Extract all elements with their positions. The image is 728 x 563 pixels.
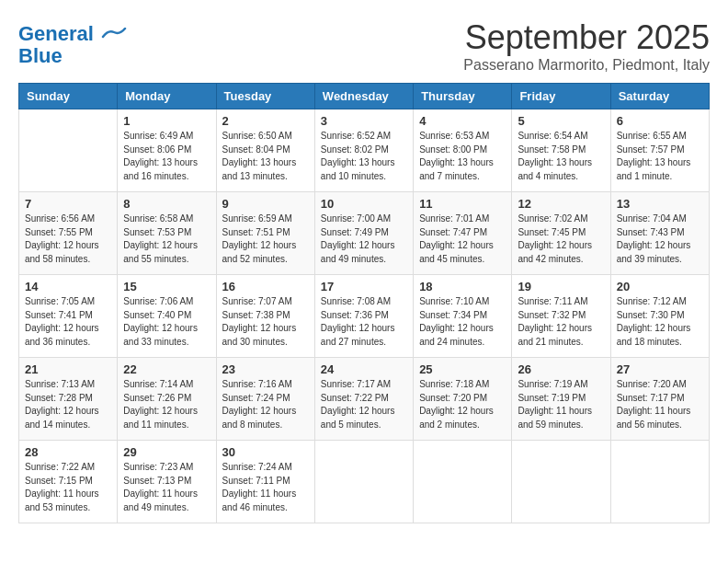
week-row-5: 28Sunrise: 7:22 AM Sunset: 7:15 PM Dayli… <box>19 441 710 523</box>
calendar-cell <box>19 109 118 192</box>
month-title: September 2025 <box>463 18 710 57</box>
weekday-header-saturday: Saturday <box>610 84 709 109</box>
day-number: 28 <box>25 445 111 459</box>
calendar-cell: 3Sunrise: 6:52 AM Sunset: 8:02 PM Daylig… <box>314 109 413 192</box>
calendar-cell: 18Sunrise: 7:10 AM Sunset: 7:34 PM Dayli… <box>414 275 512 358</box>
day-info: Sunrise: 6:52 AM Sunset: 8:02 PM Dayligh… <box>321 130 407 183</box>
weekday-header-thursday: Thursday <box>414 84 512 109</box>
day-number: 14 <box>25 280 111 293</box>
calendar-cell: 4Sunrise: 6:53 AM Sunset: 8:00 PM Daylig… <box>414 109 512 192</box>
day-number: 29 <box>123 445 210 459</box>
day-number: 12 <box>518 197 604 211</box>
calendar-cell: 10Sunrise: 7:00 AM Sunset: 7:49 PM Dayli… <box>314 192 413 275</box>
day-info: Sunrise: 7:01 AM Sunset: 7:47 PM Dayligh… <box>419 213 506 266</box>
day-info: Sunrise: 6:58 AM Sunset: 7:53 PM Dayligh… <box>123 213 210 266</box>
day-number: 8 <box>123 197 210 211</box>
calendar-cell: 7Sunrise: 6:56 AM Sunset: 7:55 PM Daylig… <box>19 192 118 275</box>
calendar-cell: 5Sunrise: 6:54 AM Sunset: 7:58 PM Daylig… <box>512 109 610 192</box>
day-info: Sunrise: 7:19 AM Sunset: 7:19 PM Dayligh… <box>518 378 604 431</box>
location: Passerano Marmorito, Piedmont, Italy <box>463 57 710 74</box>
week-row-3: 14Sunrise: 7:05 AM Sunset: 7:41 PM Dayli… <box>19 275 710 358</box>
day-info: Sunrise: 7:24 AM Sunset: 7:11 PM Dayligh… <box>222 461 309 514</box>
calendar-cell: 20Sunrise: 7:12 AM Sunset: 7:30 PM Dayli… <box>610 275 709 358</box>
logo-bird-icon <box>101 28 127 42</box>
week-row-4: 21Sunrise: 7:13 AM Sunset: 7:28 PM Dayli… <box>19 358 710 441</box>
weekday-header-monday: Monday <box>118 84 216 109</box>
weekday-header-row: SundayMondayTuesdayWednesdayThursdayFrid… <box>19 84 710 109</box>
day-info: Sunrise: 6:49 AM Sunset: 8:06 PM Dayligh… <box>123 130 210 183</box>
calendar-cell: 16Sunrise: 7:07 AM Sunset: 7:38 PM Dayli… <box>216 275 314 358</box>
day-info: Sunrise: 6:53 AM Sunset: 8:00 PM Dayligh… <box>419 130 506 183</box>
day-number: 9 <box>222 197 309 211</box>
week-row-1: 1Sunrise: 6:49 AM Sunset: 8:06 PM Daylig… <box>19 109 710 192</box>
day-number: 11 <box>419 197 506 211</box>
day-number: 20 <box>617 280 703 293</box>
page-header: General Blue September 2025 Passerano Ma… <box>18 18 710 74</box>
day-info: Sunrise: 7:06 AM Sunset: 7:40 PM Dayligh… <box>123 295 210 349</box>
calendar-cell: 15Sunrise: 7:06 AM Sunset: 7:40 PM Dayli… <box>118 275 216 358</box>
day-info: Sunrise: 7:12 AM Sunset: 7:30 PM Dayligh… <box>617 295 703 349</box>
logo-text: General <box>18 23 127 45</box>
day-number: 27 <box>617 362 703 376</box>
day-number: 21 <box>25 362 111 376</box>
day-info: Sunrise: 6:55 AM Sunset: 7:57 PM Dayligh… <box>617 130 703 183</box>
day-number: 1 <box>123 114 210 128</box>
day-info: Sunrise: 7:20 AM Sunset: 7:17 PM Dayligh… <box>617 378 703 431</box>
day-info: Sunrise: 7:16 AM Sunset: 7:24 PM Dayligh… <box>222 378 309 431</box>
day-number: 5 <box>518 114 604 128</box>
day-number: 13 <box>617 197 703 211</box>
day-info: Sunrise: 7:23 AM Sunset: 7:13 PM Dayligh… <box>123 461 210 514</box>
day-number: 26 <box>518 362 604 376</box>
calendar-cell: 23Sunrise: 7:16 AM Sunset: 7:24 PM Dayli… <box>216 358 314 441</box>
day-info: Sunrise: 6:50 AM Sunset: 8:04 PM Dayligh… <box>222 130 309 183</box>
weekday-header-friday: Friday <box>512 84 610 109</box>
day-info: Sunrise: 7:18 AM Sunset: 7:20 PM Dayligh… <box>419 378 506 431</box>
day-info: Sunrise: 7:08 AM Sunset: 7:36 PM Dayligh… <box>321 295 407 349</box>
day-number: 15 <box>123 280 210 293</box>
day-number: 16 <box>222 280 309 293</box>
calendar-cell: 9Sunrise: 6:59 AM Sunset: 7:51 PM Daylig… <box>216 192 314 275</box>
logo: General Blue <box>18 23 127 67</box>
calendar-cell: 8Sunrise: 6:58 AM Sunset: 7:53 PM Daylig… <box>118 192 216 275</box>
day-number: 3 <box>321 114 407 128</box>
calendar-cell: 24Sunrise: 7:17 AM Sunset: 7:22 PM Dayli… <box>314 358 413 441</box>
day-number: 25 <box>419 362 506 376</box>
calendar-cell <box>314 441 413 523</box>
calendar-cell: 2Sunrise: 6:50 AM Sunset: 8:04 PM Daylig… <box>216 109 314 192</box>
day-info: Sunrise: 7:17 AM Sunset: 7:22 PM Dayligh… <box>321 378 407 431</box>
calendar-cell: 28Sunrise: 7:22 AM Sunset: 7:15 PM Dayli… <box>19 441 118 523</box>
day-number: 17 <box>321 280 407 293</box>
day-info: Sunrise: 7:13 AM Sunset: 7:28 PM Dayligh… <box>25 378 111 431</box>
title-block: September 2025 Passerano Marmorito, Pied… <box>463 18 710 74</box>
day-number: 22 <box>123 362 210 376</box>
day-info: Sunrise: 7:05 AM Sunset: 7:41 PM Dayligh… <box>25 295 111 349</box>
day-info: Sunrise: 6:59 AM Sunset: 7:51 PM Dayligh… <box>222 213 309 266</box>
calendar-cell <box>610 441 709 523</box>
day-info: Sunrise: 7:02 AM Sunset: 7:45 PM Dayligh… <box>518 213 604 266</box>
calendar-table: SundayMondayTuesdayWednesdayThursdayFrid… <box>18 83 710 523</box>
day-info: Sunrise: 7:10 AM Sunset: 7:34 PM Dayligh… <box>419 295 506 349</box>
calendar-cell: 17Sunrise: 7:08 AM Sunset: 7:36 PM Dayli… <box>314 275 413 358</box>
calendar-cell: 25Sunrise: 7:18 AM Sunset: 7:20 PM Dayli… <box>414 358 512 441</box>
day-info: Sunrise: 7:04 AM Sunset: 7:43 PM Dayligh… <box>617 213 703 266</box>
calendar-cell <box>512 441 610 523</box>
calendar-cell: 6Sunrise: 6:55 AM Sunset: 7:57 PM Daylig… <box>610 109 709 192</box>
day-number: 19 <box>518 280 604 293</box>
weekday-header-sunday: Sunday <box>19 84 118 109</box>
day-info: Sunrise: 7:07 AM Sunset: 7:38 PM Dayligh… <box>222 295 309 349</box>
day-number: 18 <box>419 280 506 293</box>
logo-blue: Blue <box>18 45 63 67</box>
calendar-cell <box>414 441 512 523</box>
calendar-cell: 1Sunrise: 6:49 AM Sunset: 8:06 PM Daylig… <box>118 109 216 192</box>
weekday-header-tuesday: Tuesday <box>216 84 314 109</box>
calendar-cell: 21Sunrise: 7:13 AM Sunset: 7:28 PM Dayli… <box>19 358 118 441</box>
day-number: 10 <box>321 197 407 211</box>
calendar-cell: 19Sunrise: 7:11 AM Sunset: 7:32 PM Dayli… <box>512 275 610 358</box>
weekday-header-wednesday: Wednesday <box>314 84 413 109</box>
calendar-cell: 27Sunrise: 7:20 AM Sunset: 7:17 PM Dayli… <box>610 358 709 441</box>
calendar-cell: 30Sunrise: 7:24 AM Sunset: 7:11 PM Dayli… <box>216 441 314 523</box>
day-number: 6 <box>617 114 703 128</box>
calendar-cell: 11Sunrise: 7:01 AM Sunset: 7:47 PM Dayli… <box>414 192 512 275</box>
day-info: Sunrise: 7:22 AM Sunset: 7:15 PM Dayligh… <box>25 461 111 514</box>
day-info: Sunrise: 7:11 AM Sunset: 7:32 PM Dayligh… <box>518 295 604 349</box>
